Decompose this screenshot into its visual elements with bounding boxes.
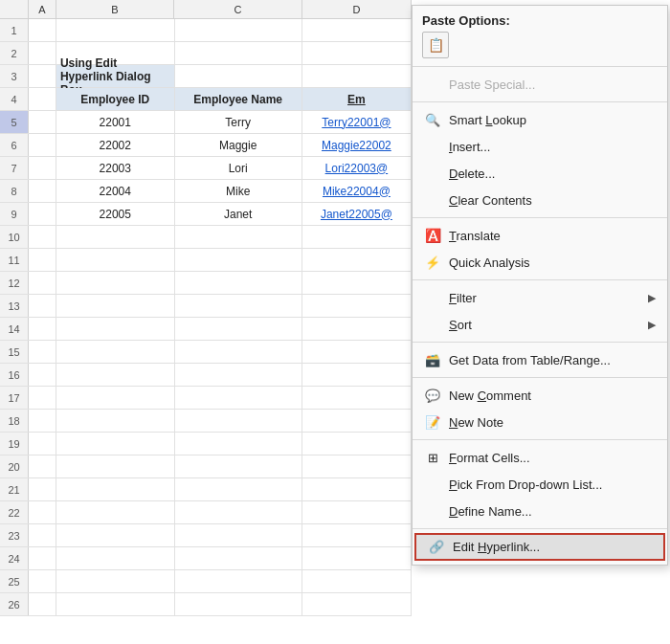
menu-item-format-cells[interactable]: ⊞Format Cells... — [413, 444, 667, 471]
cell-c[interactable] — [175, 341, 302, 363]
cell-a[interactable] — [29, 111, 56, 133]
cell-d[interactable] — [302, 364, 412, 386]
cell-b[interactable] — [56, 455, 175, 477]
cell-b[interactable]: Using Edit Hyperlink Dialog Box — [56, 65, 175, 87]
cell-b[interactable] — [56, 593, 175, 615]
cell-d[interactable] — [302, 341, 412, 363]
cell-a[interactable] — [29, 180, 56, 202]
cell-a[interactable] — [29, 157, 56, 179]
cell-b[interactable] — [56, 478, 175, 500]
cell-d[interactable] — [302, 318, 412, 340]
menu-item-sort[interactable]: Sort▶ — [413, 311, 667, 338]
paste-icon-btn[interactable]: 📋 — [422, 32, 449, 58]
sheet-row[interactable]: 9 22005 Janet Janet22005@ — [0, 203, 412, 226]
sheet-row[interactable]: 10 — [0, 226, 412, 249]
sheet-row[interactable]: 14 — [0, 318, 412, 341]
menu-item-define-name[interactable]: Define Name... — [413, 498, 667, 524]
cell-d[interactable]: Mike22004@ — [302, 180, 412, 202]
cell-b[interactable]: 22004 — [56, 180, 175, 202]
sheet-row[interactable]: 19 — [0, 433, 412, 455]
menu-item-new-note[interactable]: 📝New Note — [413, 409, 667, 435]
cell-c[interactable] — [175, 42, 302, 64]
cell-a[interactable] — [29, 341, 56, 363]
cell-b[interactable] — [56, 318, 175, 340]
cell-b[interactable] — [56, 341, 175, 363]
sheet-row[interactable]: 8 22004 Mike Mike22004@ — [0, 180, 412, 203]
cell-c[interactable] — [175, 226, 302, 248]
cell-d[interactable]: Em — [302, 88, 412, 110]
cell-c[interactable] — [175, 387, 302, 409]
cell-b[interactable] — [56, 272, 175, 294]
menu-item-insert[interactable]: Insert... — [413, 133, 667, 160]
sheet-row[interactable]: 20 — [0, 455, 412, 478]
sheet-row[interactable]: 21 — [0, 478, 412, 501]
cell-c[interactable] — [175, 364, 302, 386]
cell-a[interactable] — [29, 593, 56, 615]
cell-a[interactable] — [29, 65, 56, 87]
cell-a[interactable] — [29, 318, 56, 340]
sheet-row[interactable]: 25 — [0, 570, 412, 593]
cell-c[interactable]: Terry — [175, 111, 302, 133]
cell-b[interactable]: 22003 — [56, 157, 175, 179]
sheet-row[interactable]: 7 22003 Lori Lori22003@ — [0, 157, 412, 180]
cell-d[interactable] — [302, 65, 412, 87]
sheet-row[interactable]: 5 22001 Terry Terry22001@ — [0, 111, 412, 134]
cell-d[interactable] — [302, 249, 412, 271]
sheet-row[interactable]: 11 — [0, 249, 412, 272]
cell-c[interactable] — [175, 501, 302, 523]
cell-b[interactable]: 22005 — [56, 203, 175, 225]
cell-d[interactable] — [302, 226, 412, 248]
cell-d[interactable]: Lori22003@ — [302, 157, 412, 179]
cell-a[interactable] — [29, 42, 56, 64]
cell-a[interactable] — [29, 295, 56, 317]
sheet-row[interactable]: 18 — [0, 410, 412, 433]
cell-a[interactable] — [29, 570, 56, 592]
cell-c[interactable] — [175, 272, 302, 294]
sheet-row[interactable]: 26 — [0, 593, 412, 616]
menu-item-filter[interactable]: Filter▶ — [413, 284, 667, 311]
cell-d[interactable]: Terry22001@ — [302, 111, 412, 133]
cell-b[interactable]: Employee ID — [56, 88, 175, 110]
cell-a[interactable] — [29, 547, 56, 569]
cell-d[interactable] — [302, 295, 412, 317]
sheet-row[interactable]: 1 — [0, 19, 412, 42]
cell-c[interactable]: Employee Name — [175, 88, 302, 110]
sheet-row[interactable]: 13 — [0, 295, 412, 318]
cell-c[interactable] — [175, 65, 302, 87]
cell-d[interactable] — [302, 501, 412, 523]
cell-b[interactable] — [56, 410, 175, 432]
cell-a[interactable] — [29, 88, 56, 110]
cell-c[interactable] — [175, 295, 302, 317]
cell-c[interactable]: Maggie — [175, 134, 302, 156]
cell-c[interactable] — [175, 433, 302, 455]
cell-d[interactable] — [302, 410, 412, 432]
cell-a[interactable] — [29, 455, 56, 477]
cell-b[interactable] — [56, 387, 175, 409]
cell-c[interactable] — [175, 410, 302, 432]
menu-item-clear-contents[interactable]: Clear Contents — [413, 187, 667, 213]
cell-d[interactable] — [302, 19, 412, 41]
menu-item-delete[interactable]: Delete... — [413, 160, 667, 187]
cell-b[interactable] — [56, 364, 175, 386]
sheet-row[interactable]: 12 — [0, 272, 412, 295]
cell-a[interactable] — [29, 364, 56, 386]
cell-b[interactable] — [56, 547, 175, 569]
cell-d[interactable]: Janet22005@ — [302, 203, 412, 225]
cell-d[interactable] — [302, 593, 412, 615]
cell-b[interactable] — [56, 501, 175, 523]
cell-a[interactable] — [29, 203, 56, 225]
sheet-row[interactable]: 24 — [0, 547, 412, 570]
cell-c[interactable] — [175, 570, 302, 592]
sheet-row[interactable]: 23 — [0, 524, 412, 547]
menu-item-get-data[interactable]: 🗃️Get Data from Table/Range... — [413, 346, 667, 373]
cell-b[interactable] — [56, 19, 175, 41]
sheet-row[interactable]: 22 — [0, 501, 412, 524]
cell-d[interactable] — [302, 547, 412, 569]
cell-b[interactable] — [56, 226, 175, 248]
menu-item-edit-hyperlink[interactable]: 🔗Edit Hyperlink... — [414, 533, 665, 561]
cell-a[interactable] — [29, 524, 56, 546]
cell-d[interactable] — [302, 433, 412, 455]
cell-d[interactable] — [302, 272, 412, 294]
cell-d[interactable] — [302, 387, 412, 409]
cell-d[interactable] — [302, 455, 412, 477]
